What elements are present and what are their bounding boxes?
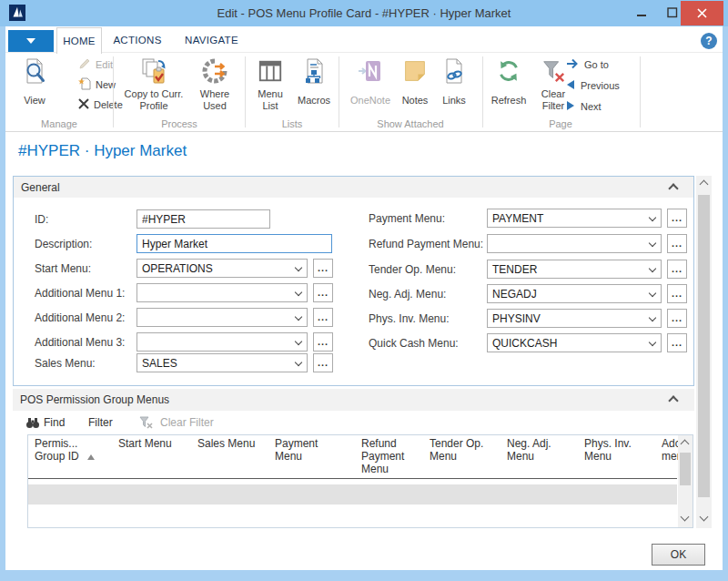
refresh-button[interactable]: Refresh — [486, 55, 531, 120]
start-menu-assist-button[interactable]: ... — [313, 259, 333, 278]
filter-button[interactable]: Filter — [88, 416, 113, 429]
where-used-icon — [189, 56, 240, 87]
copy-to-curr-profile-button[interactable]: Copy to Curr. Profile — [118, 55, 189, 120]
field-label-start-menu: Start Menu: — [35, 262, 91, 275]
column-header-refund-payment-menu[interactable]: Refund Payment Menu — [361, 437, 416, 475]
additional-menu-1-assist-button[interactable]: ... — [313, 283, 333, 302]
scroll-down-icon[interactable] — [681, 513, 690, 522]
titlebar[interactable]: Edit - POS Menu Profile Card - #HYPER · … — [0, 0, 728, 26]
links-button[interactable]: Links — [435, 55, 473, 120]
ribbon-separator — [339, 56, 339, 127]
chevron-down-icon — [649, 339, 656, 346]
minimize-button[interactable] — [628, 0, 655, 25]
scroll-up-icon[interactable] — [681, 440, 690, 449]
new-page-icon — [78, 77, 91, 92]
link-icon — [435, 56, 473, 87]
grid-scrollbar[interactable] — [678, 435, 693, 527]
additional-menu-3-combo[interactable] — [136, 332, 308, 352]
tender-op-menu-assist-button[interactable]: ... — [667, 260, 687, 279]
view-button[interactable]: View — [9, 55, 60, 120]
pencil-icon — [78, 57, 91, 72]
tab-navigate[interactable]: NAVIGATE — [173, 27, 250, 53]
additional-menu-3-assist-button[interactable]: ... — [313, 332, 333, 352]
phys-inv-menu-assist-button[interactable]: ... — [667, 309, 687, 328]
tender-op-menu-combo[interactable]: TENDER — [487, 260, 662, 279]
payment-menu-assist-button[interactable]: ... — [667, 209, 687, 228]
refund-payment-menu-combo[interactable] — [487, 234, 662, 253]
arrow-right-icon — [566, 58, 579, 71]
chevron-down-icon — [295, 359, 302, 366]
neg-adj-menu-combo[interactable]: NEGADJ — [487, 284, 662, 303]
find-button[interactable]: Find — [44, 416, 65, 429]
column-header-tender-op-menu[interactable]: Tender Op. Menu — [430, 437, 498, 463]
column-header-permission-group-id[interactable]: Permis... Group ID — [35, 437, 89, 463]
page-scrollbar-thumb[interactable] — [698, 195, 710, 497]
sales-menu-assist-button[interactable]: ... — [313, 353, 333, 372]
application-menu-button[interactable] — [8, 30, 54, 52]
field-label-quick-cash-menu: Quick Cash Menu: — [369, 337, 459, 350]
ok-button[interactable]: OK — [652, 544, 705, 566]
macros-icon — [291, 56, 337, 87]
tab-actions[interactable]: ACTIONS — [102, 27, 173, 53]
column-header-additional-menu[interactable]: Adc mer — [662, 437, 680, 463]
field-label-additional-menu-3: Additional Menu 3: — [35, 336, 125, 349]
window-border-right — [723, 26, 728, 581]
ribbon-separator — [113, 56, 114, 127]
menu-list-button[interactable]: Menu List — [249, 55, 291, 120]
ribbon-separator — [640, 56, 641, 127]
window: Edit - POS Menu Profile Card - #HYPER · … — [0, 0, 728, 581]
permissions-header[interactable]: POS Permission Group Menus — [13, 389, 694, 411]
field-label-refund-payment-menu: Refund Payment Menu: — [369, 238, 483, 250]
field-label-additional-menu-1: Additional Menu 1: — [35, 287, 125, 300]
quick-cash-menu-assist-button[interactable]: ... — [667, 333, 687, 352]
additional-menu-2-combo[interactable] — [136, 308, 308, 327]
scroll-down-icon[interactable] — [700, 513, 709, 522]
onenote-button[interactable]: OneNote — [346, 55, 395, 120]
chevron-down-icon — [649, 265, 656, 272]
notes-button[interactable]: Notes — [397, 55, 433, 120]
start-menu-combo[interactable]: OPERATIONS — [136, 259, 308, 278]
phys-inv-menu-combo[interactable]: PHYSINV — [487, 309, 662, 328]
id-field[interactable] — [136, 209, 270, 229]
field-label-additional-menu-2: Additional Menu 2: — [35, 311, 125, 324]
refund-payment-menu-assist-button[interactable]: ... — [667, 234, 687, 253]
window-title: Edit - POS Menu Profile Card - #HYPER · … — [91, 0, 637, 26]
additional-menu-1-combo[interactable] — [136, 283, 308, 302]
column-header-sales-menu[interactable]: Sales Menu — [197, 437, 270, 450]
column-header-phys-inv-menu[interactable]: Phys. Inv. Menu — [584, 437, 648, 463]
grid-scrollbar-thumb[interactable] — [680, 453, 691, 485]
general-header[interactable]: General — [14, 177, 693, 198]
payment-menu-combo[interactable]: PAYMENT — [487, 209, 662, 228]
field-label-payment-menu: Payment Menu: — [369, 212, 445, 225]
sticky-note-icon — [397, 56, 433, 87]
next-button[interactable]: Next — [566, 98, 602, 115]
where-used-button[interactable]: Where Used — [189, 55, 240, 120]
help-icon[interactable]: ? — [701, 33, 717, 49]
app-icon — [9, 5, 25, 21]
close-button[interactable] — [681, 1, 723, 25]
delete-x-icon — [78, 98, 89, 111]
chevron-down-icon — [295, 338, 302, 345]
clear-filter-small-icon — [138, 415, 153, 433]
view-icon — [9, 56, 60, 87]
field-label-description: Description: — [35, 238, 92, 250]
macros-button[interactable]: Macros — [291, 55, 337, 120]
tab-home[interactable]: HOME — [56, 27, 102, 54]
field-label-phys-inv-menu: Phys. Inv. Menu: — [369, 312, 449, 325]
sales-menu-combo[interactable]: SALES — [136, 353, 308, 372]
column-header-neg-adj-menu[interactable]: Neg. Adj. Menu — [507, 437, 571, 463]
page-title: #HYPER · Hyper Market — [18, 142, 187, 160]
previous-button[interactable]: Previous — [566, 77, 620, 94]
scroll-up-icon[interactable] — [700, 180, 709, 189]
go-to-button[interactable]: Go to — [566, 56, 609, 73]
column-header-start-menu[interactable]: Start Menu — [118, 437, 191, 450]
group-label-show-attached: Show Attached — [341, 118, 480, 130]
column-header-payment-menu[interactable]: Payment Menu — [275, 437, 339, 463]
additional-menu-2-assist-button[interactable]: ... — [313, 308, 333, 327]
neg-adj-menu-assist-button[interactable]: ... — [667, 284, 687, 303]
page-scrollbar[interactable] — [696, 176, 712, 528]
clear-filter-grid-button[interactable]: Clear Filter — [160, 416, 214, 429]
quick-cash-menu-combo[interactable]: QUICKCASH — [487, 333, 662, 352]
table-row[interactable] — [28, 484, 677, 505]
description-field[interactable] — [136, 234, 332, 253]
